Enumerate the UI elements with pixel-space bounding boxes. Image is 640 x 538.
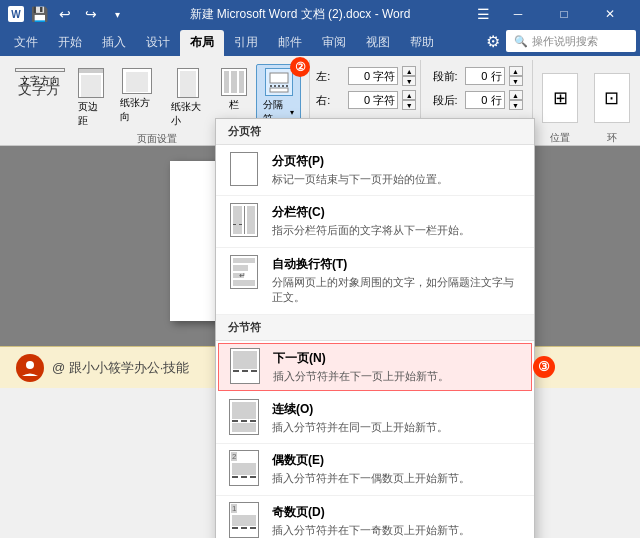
tab-layout[interactable]: 布局 (180, 30, 224, 56)
oushuye-text: 偶数页(E) 插入分节符并在下一偶数页上开始新节。 (272, 452, 522, 486)
position-button[interactable]: ⊞ (542, 73, 578, 123)
oushuye-desc: 插入分节符并在下一偶数页上开始新节。 (272, 471, 522, 486)
tab-help[interactable]: 帮助 (400, 30, 444, 56)
lianxu-title: 连续(O) (272, 401, 522, 418)
search-box[interactable]: 🔍 操作说明搜索 (506, 30, 636, 52)
settings-icon[interactable]: ⚙ (486, 32, 500, 51)
fenzhufu-title: 分栏符(C) (272, 204, 522, 221)
text-direction-button[interactable]: 文字方 文字方向 (12, 64, 68, 92)
spacing-after-up[interactable]: ▲ (509, 90, 523, 100)
annotation-2: ② (290, 57, 310, 77)
indent-left-up[interactable]: ▲ (402, 66, 416, 76)
spacing-before-up[interactable]: ▲ (509, 66, 523, 76)
spacing-after-input[interactable] (465, 91, 505, 109)
close-button[interactable]: ✕ (588, 0, 632, 28)
xiayiye-icon (229, 350, 261, 382)
fenyefu-icon (228, 153, 260, 185)
author-avatar (16, 354, 44, 382)
dropdown-item-jishuye[interactable]: 1 奇数页(D) 插入分节符并在下一奇数页上开始新节。 (216, 496, 534, 538)
tab-insert[interactable]: 插入 (92, 30, 136, 56)
indent-right-input[interactable] (348, 91, 398, 109)
fenyefu-desc: 标记一页结束与下一页开始的位置。 (272, 172, 522, 187)
jishuye-desc: 插入分节符并在下一奇数页上开始新节。 (272, 523, 522, 538)
indent-right-spinner[interactable]: ▲ ▼ (402, 90, 416, 110)
svg-rect-0 (270, 73, 288, 83)
paper-size-icon (177, 68, 199, 98)
search-placeholder: 操作说明搜索 (532, 34, 598, 49)
tab-file[interactable]: 文件 (4, 30, 48, 56)
search-icon: 🔍 (514, 35, 528, 48)
indent-right-up[interactable]: ▲ (402, 90, 416, 100)
word-icon: W (8, 6, 24, 22)
minimize-button[interactable]: ─ (496, 0, 540, 28)
indent-left-spinner[interactable]: ▲ ▼ (402, 66, 416, 86)
fenzhufu-icon (228, 204, 260, 236)
fenfugou-dropdown: 分页符 分页符(P) 标记一页结束与下一页开始的位置。 (215, 118, 535, 538)
zidong-icon: ↵ (228, 256, 260, 288)
orientation-button[interactable]: 纸张方向 (114, 64, 161, 128)
undo-button[interactable]: ↩ (54, 3, 76, 25)
fenyefu-title: 分页符(P) (272, 153, 522, 170)
tab-view[interactable]: 视图 (356, 30, 400, 56)
surround-button[interactable]: ⊡ (594, 73, 630, 123)
position-label: 位置 (550, 131, 570, 145)
tab-references[interactable]: 引用 (224, 30, 268, 56)
orientation-label: 纸张方向 (120, 96, 155, 124)
zidong-desc: 分隔网页上的对象周围的文字，如分隔题注文字与正文。 (272, 275, 522, 306)
dropdown-item-xiayiye[interactable]: 下一页(N) 插入分节符并在下一页上开始新节。 ③ (218, 343, 532, 391)
spacing-after-row: 段后: ▲ ▼ (433, 90, 523, 110)
redo-button[interactable]: ↪ (80, 3, 102, 25)
spacing-after-spinner[interactable]: ▲ ▼ (509, 90, 523, 110)
fenzhufu-text: 分栏符(C) 指示分栏符后面的文字将从下一栏开始。 (272, 204, 522, 238)
lianxu-icon (228, 401, 260, 433)
indent-right-row: 右: ▲ ▼ (316, 90, 416, 110)
tab-start[interactable]: 开始 (48, 30, 92, 56)
fenyefu-text: 分页符(P) 标记一页结束与下一页开始的位置。 (272, 153, 522, 187)
columns-button[interactable]: 栏 (216, 64, 252, 116)
indent-left-down[interactable]: ▼ (402, 76, 416, 86)
indent-left-input[interactable] (348, 67, 398, 85)
ribbon-display-button[interactable]: ☰ (472, 3, 494, 25)
customize-quick-access[interactable]: ▾ (106, 3, 128, 25)
indent-left-row: 左: ▲ ▼ (316, 66, 416, 86)
spacing-before-down[interactable]: ▼ (509, 76, 523, 86)
window-title: 新建 Microsoft Word 文档 (2).docx - Word (128, 6, 472, 23)
maximize-button[interactable]: □ (542, 0, 586, 28)
columns-icon (221, 68, 247, 96)
lianxu-text: 连续(O) 插入分节符并在同一页上开始新节。 (272, 401, 522, 435)
text-direction-label: 文字方向 (20, 74, 60, 88)
fenzhufu-desc: 指示分栏符后面的文字将从下一栏开始。 (272, 223, 522, 238)
annotation-3: ③ (533, 356, 555, 378)
dropdown-item-oushuye[interactable]: 2 偶数页(E) 插入分节符并在下一偶数页上开始新节。 (216, 444, 534, 495)
xiayiye-desc: 插入分节符并在下一页上开始新节。 (273, 369, 521, 384)
ribbon-tabs: 文件 开始 插入 设计 布局 引用 邮件 审阅 视图 帮助 ⚙ 🔍 操作说明搜索 (0, 28, 640, 56)
dropdown-item-fenzhufu[interactable]: 分栏符(C) 指示分栏符后面的文字将从下一栏开始。 (216, 196, 534, 247)
spacing-before-spinner[interactable]: ▲ ▼ (509, 66, 523, 86)
margins-button[interactable]: 页边距 (72, 64, 110, 132)
svg-rect-2 (270, 88, 288, 92)
lianxu-desc: 插入分节符并在同一页上开始新节。 (272, 420, 522, 435)
dropdown-section-1-title: 分页符 (216, 119, 534, 145)
dropdown-item-fenyefu[interactable]: 分页符(P) 标记一页结束与下一页开始的位置。 (216, 145, 534, 196)
tab-design[interactable]: 设计 (136, 30, 180, 56)
surround-label: 环 (607, 131, 617, 145)
spacing-before-label: 段前: (433, 69, 461, 84)
save-button[interactable]: 💾 (28, 3, 50, 25)
indent-right-down[interactable]: ▼ (402, 100, 416, 110)
tab-mail[interactable]: 邮件 (268, 30, 312, 56)
margins-icon (78, 68, 104, 98)
jishuye-icon: 1 (228, 504, 260, 536)
paper-size-button[interactable]: 纸张大小 (165, 64, 212, 132)
spacing-before-input[interactable] (465, 67, 505, 85)
dropdown-item-zidong[interactable]: ↵ 自动换行符(T) 分隔网页上的对象周围的文字，如分隔题注文字与正文。 (216, 248, 534, 315)
jishuye-text: 奇数页(D) 插入分节符并在下一奇数页上开始新节。 (272, 504, 522, 538)
tab-review[interactable]: 审阅 (312, 30, 356, 56)
dropdown-item-lianxu[interactable]: 连续(O) 插入分节符并在同一页上开始新节。 (216, 393, 534, 444)
title-bar-left: W 💾 ↩ ↪ ▾ (8, 3, 128, 25)
margins-label: 页边距 (78, 100, 104, 128)
paper-size-label: 纸张大小 (171, 100, 206, 128)
xiayiye-text: 下一页(N) 插入分节符并在下一页上开始新节。 (273, 350, 521, 384)
spacing-after-down[interactable]: ▼ (509, 100, 523, 110)
bottom-text: @ 跟小小筱学办公·技能 (52, 359, 189, 377)
window-controls: ☰ ─ □ ✕ (472, 0, 632, 28)
